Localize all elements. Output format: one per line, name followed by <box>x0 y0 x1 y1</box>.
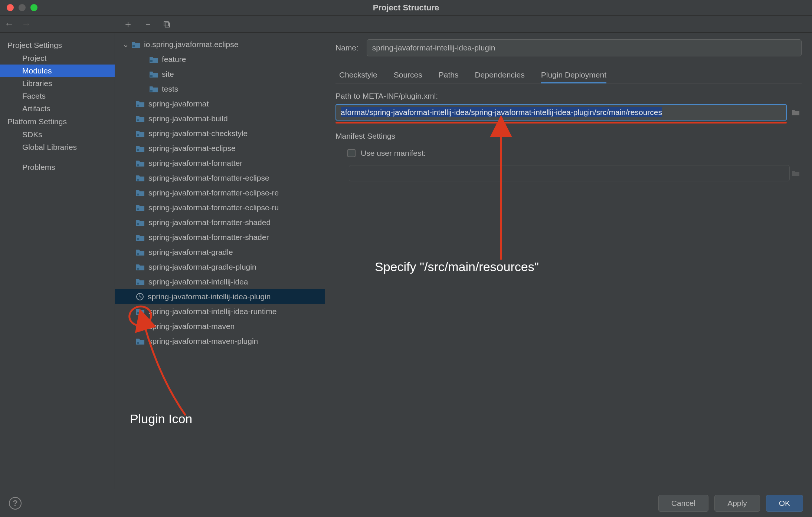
tree-item[interactable]: spring-javaformat-maven <box>115 319 325 334</box>
tree-item[interactable]: spring-javaformat-gradle-plugin <box>115 260 325 274</box>
tree-item[interactable]: spring-javaformat-build <box>115 111 325 126</box>
browse-path-button[interactable] <box>790 105 802 120</box>
tree-item[interactable]: feature <box>115 52 325 67</box>
titlebar: Project Structure <box>0 0 812 16</box>
plugin-xml-path-input[interactable]: aformat/spring-javaformat-intellij-idea/… <box>335 104 787 121</box>
sidebar-item-sdks[interactable]: SDKs <box>0 128 115 141</box>
cancel-button[interactable]: Cancel <box>658 495 708 512</box>
folder-icon <box>149 85 158 93</box>
minimize-window-button[interactable] <box>19 4 26 11</box>
svg-rect-14 <box>137 253 139 255</box>
maximize-window-button[interactable] <box>30 4 37 11</box>
tab-paths[interactable]: Paths <box>439 67 459 83</box>
module-detail-panel: Name: CheckstyleSourcesPathsDependencies… <box>325 33 812 489</box>
tab-checkstyle[interactable]: Checkstyle <box>339 67 377 83</box>
folder-icon <box>136 130 145 137</box>
tree-item-label: spring-javaformat-eclipse <box>148 144 236 153</box>
tree-item-label: spring-javaformat <box>148 99 209 108</box>
svg-rect-10 <box>137 194 139 195</box>
svg-rect-5 <box>137 119 139 121</box>
tree-item[interactable]: spring-javaformat-formatter-eclipse-re <box>115 185 325 200</box>
settings-sidebar: Project Settings Project Modules Librari… <box>0 33 115 489</box>
tree-item-label: spring-javaformat-formatter-eclipse-ru <box>148 203 279 212</box>
path-label: Path to META-INF/plugin.xml: <box>335 92 802 101</box>
tree-item-label: site <box>162 70 174 79</box>
ok-button[interactable]: OK <box>766 495 803 512</box>
tree-item[interactable]: spring-javaformat-formatter-shaded <box>115 215 325 230</box>
tab-dependencies[interactable]: Dependencies <box>475 67 524 83</box>
folder-icon <box>136 159 145 167</box>
svg-rect-2 <box>150 75 153 77</box>
folder-icon <box>136 278 145 286</box>
folder-icon <box>136 234 145 241</box>
svg-rect-19 <box>137 327 139 329</box>
apply-button[interactable]: Apply <box>714 495 760 512</box>
module-tree-panel: ＋ － ⧉ ⌄io.spring.javaformat.eclipsefeatu… <box>115 33 325 489</box>
tab-plugin-deployment[interactable]: Plugin Deployment <box>541 67 606 83</box>
tree-root[interactable]: ⌄io.spring.javaformat.eclipse <box>115 37 325 52</box>
tree-item-label: spring-javaformat-formatter-shader <box>148 233 269 242</box>
module-tree[interactable]: ⌄io.spring.javaformat.eclipsefeaturesite… <box>115 33 325 353</box>
folder-icon <box>136 145 145 152</box>
remove-module-button[interactable]: － <box>143 18 153 31</box>
tree-item[interactable]: spring-javaformat-formatter-eclipse-ru <box>115 200 325 215</box>
svg-rect-4 <box>137 105 139 106</box>
tree-item[interactable]: spring-javaformat-eclipse <box>115 141 325 156</box>
tree-item-label: spring-javaformat-intellij-idea-plugin <box>148 292 271 301</box>
tree-item[interactable]: spring-javaformat-intellij-idea-runtime <box>115 304 325 319</box>
forward-button[interactable]: → <box>22 18 31 30</box>
module-name-input[interactable] <box>367 39 802 56</box>
svg-rect-8 <box>137 164 139 166</box>
copy-module-button[interactable]: ⧉ <box>163 19 170 30</box>
tree-item[interactable]: spring-javaformat-formatter-shader <box>115 230 325 245</box>
sidebar-item-facets[interactable]: Facets <box>0 90 115 102</box>
tree-item-selected-module[interactable]: spring-javaformat-intellij-idea-plugin <box>115 289 325 304</box>
tree-item-label: spring-javaformat-gradle <box>148 248 233 257</box>
sidebar-header-platform: Platform Settings <box>0 115 115 128</box>
sidebar-item-problems[interactable]: Problems <box>0 161 115 174</box>
folder-icon <box>131 41 140 48</box>
folder-icon <box>136 323 145 330</box>
folder-icon <box>136 100 145 108</box>
svg-rect-13 <box>137 238 139 240</box>
tree-item[interactable]: spring-javaformat <box>115 96 325 111</box>
tree-item[interactable]: spring-javaformat-gradle <box>115 245 325 260</box>
tree-item[interactable]: spring-javaformat-formatter-eclipse <box>115 171 325 185</box>
window-title: Project Structure <box>373 3 439 13</box>
tree-item-label: spring-javaformat-formatter-shaded <box>148 218 271 227</box>
tree-item[interactable]: spring-javaformat-checkstyle <box>115 126 325 141</box>
tree-item-label: spring-javaformat-maven <box>148 322 235 331</box>
tree-item-label: spring-javaformat-build <box>148 114 228 123</box>
tree-item-label: spring-javaformat-maven-plugin <box>148 337 258 346</box>
back-button[interactable]: ← <box>4 18 14 30</box>
browse-manifest-button[interactable] <box>790 166 802 181</box>
svg-rect-1 <box>150 60 153 62</box>
sidebar-item-artifacts[interactable]: Artifacts <box>0 102 115 115</box>
svg-rect-20 <box>137 342 139 344</box>
sidebar-item-global-libraries[interactable]: Global Libraries <box>0 141 115 154</box>
tree-item[interactable]: spring-javaformat-intellij-idea <box>115 274 325 289</box>
dialog-footer: ? Cancel Apply OK <box>0 489 812 517</box>
tree-item-label: spring-javaformat-intellij-idea <box>148 277 248 286</box>
tree-item-label: spring-javaformat-gradle-plugin <box>148 263 256 271</box>
tree-item-label: tests <box>162 85 178 93</box>
sidebar-item-modules[interactable]: Modules <box>0 65 115 77</box>
manifest-path-input[interactable] <box>349 165 790 181</box>
close-window-button[interactable] <box>7 4 14 11</box>
tree-item[interactable]: site <box>115 67 325 82</box>
tab-sources[interactable]: Sources <box>394 67 422 83</box>
tree-item[interactable]: spring-javaformat-maven-plugin <box>115 334 325 349</box>
add-module-button[interactable]: ＋ <box>123 18 133 31</box>
sidebar-item-libraries[interactable]: Libraries <box>0 77 115 90</box>
detail-tabs: CheckstyleSourcesPathsDependenciesPlugin… <box>335 67 802 83</box>
folder-icon <box>136 263 145 271</box>
svg-rect-16 <box>137 283 139 284</box>
tree-item[interactable]: spring-javaformat-formatter <box>115 156 325 171</box>
svg-rect-7 <box>137 149 139 151</box>
help-button[interactable]: ? <box>9 497 22 510</box>
svg-rect-12 <box>137 223 139 225</box>
sidebar-item-project[interactable]: Project <box>0 52 115 65</box>
tree-item[interactable]: tests <box>115 82 325 96</box>
use-user-manifest-checkbox[interactable] <box>347 149 356 157</box>
folder-icon <box>136 115 145 122</box>
